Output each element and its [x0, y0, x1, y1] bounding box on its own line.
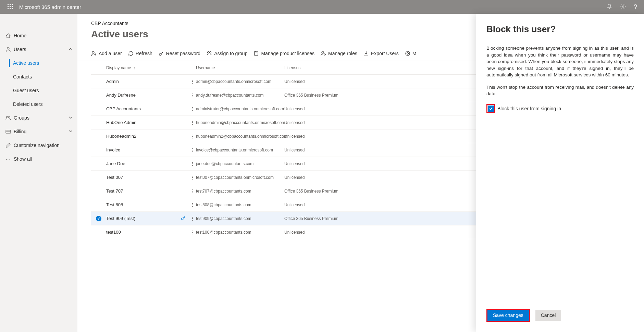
svg-rect-13 [6, 130, 11, 133]
row-username: admin@cbpaccountants.onmicrosoft.com [196, 79, 284, 84]
more-commands-label: M [412, 51, 417, 56]
nav-active-users-label: Active users [13, 60, 39, 66]
roles-icon [321, 51, 326, 56]
svg-point-20 [322, 51, 324, 53]
nav-deleted-users[interactable]: Deleted users [0, 97, 77, 111]
manage-roles-label: Manage roles [328, 51, 357, 56]
row-username: test100@cbpaccountants.com [196, 230, 284, 235]
row-username: andy.dufresne@cbpaccountants.com [196, 93, 284, 98]
nav-groups[interactable]: Groups [0, 111, 77, 125]
svg-point-16 [208, 51, 209, 53]
row-more-menu[interactable]: ⋮ [189, 230, 196, 235]
waffle-icon [8, 4, 13, 10]
col-username[interactable]: Username [196, 65, 284, 70]
manage-licenses-label: Manage product licenses [261, 51, 314, 56]
row-display-name: Jane Doe [106, 161, 189, 166]
manage-licenses-button[interactable]: Manage product licenses [253, 51, 314, 56]
clipboard-icon [253, 51, 259, 56]
billing-icon [5, 129, 12, 134]
app-launcher-button[interactable] [3, 0, 17, 14]
export-users-label: Export Users [371, 51, 399, 56]
row-username: administrator@cbpaccountants.onmicrosoft… [196, 107, 284, 111]
block-signin-checkbox-highlight [486, 104, 495, 113]
home-icon [5, 33, 12, 38]
col-display-name-label: Display name [106, 65, 131, 70]
nav-contacts-label: Contacts [13, 74, 32, 79]
nav-deleted-users-label: Deleted users [13, 101, 42, 107]
row-username: test007@cbpaccountants.onmicrosoft.com [196, 175, 284, 180]
selected-check-icon [96, 216, 101, 221]
reset-password-label: Reset password [166, 51, 200, 56]
row-more-menu[interactable]: ⋮ [189, 147, 196, 153]
add-user-button[interactable]: Add a user [91, 51, 122, 56]
block-signin-checkbox[interactable] [488, 106, 494, 112]
row-more-menu[interactable]: ⋮ [189, 120, 196, 125]
refresh-label: Refresh [136, 51, 152, 56]
block-signin-checkbox-label: Block this user from signing in [497, 106, 561, 111]
row-more-menu[interactable]: ⋮ [189, 175, 196, 180]
nav-customize-label: Customize navigation [14, 143, 60, 148]
row-more-menu[interactable]: ⋮ [189, 79, 196, 84]
svg-rect-8 [12, 8, 13, 9]
assign-group-label: Assign to group [214, 51, 247, 56]
nav-billing-label: Billing [14, 129, 26, 134]
svg-rect-0 [8, 4, 9, 5]
reset-password-row-icon[interactable] [181, 216, 186, 221]
svg-rect-7 [10, 8, 11, 9]
chevron-down-icon [69, 129, 73, 134]
nav-users-label: Users [14, 47, 26, 52]
pencil-icon [5, 143, 12, 148]
panel-description-2: This won't stop the account from receivi… [486, 84, 634, 97]
row-display-name: Andy Dufresne [106, 93, 189, 98]
nav-contacts[interactable]: Contacts [0, 70, 77, 84]
nav-customize[interactable]: Customize navigation [0, 138, 77, 152]
refresh-button[interactable]: Refresh [128, 51, 152, 56]
nav-active-users[interactable]: Active users [0, 56, 77, 70]
help-button[interactable]: ? [634, 3, 637, 11]
row-display-name: CBP Accountants [106, 106, 189, 111]
row-more-menu[interactable]: ⋮ [189, 188, 196, 194]
nav-guest-users[interactable]: Guest users [0, 84, 77, 97]
reset-password-button[interactable]: Reset password [159, 51, 200, 56]
row-display-name: Test 808 [106, 202, 189, 207]
row-more-menu[interactable]: ⋮ [189, 134, 196, 139]
svg-point-12 [9, 116, 10, 118]
row-select[interactable] [91, 216, 106, 221]
more-commands-button[interactable]: M [405, 51, 417, 56]
gear-icon [620, 3, 626, 10]
block-user-panel: Block this user? Blocking someone preven… [476, 14, 644, 332]
row-more-menu[interactable]: ⋮ [189, 161, 196, 167]
user-icon [5, 47, 12, 52]
manage-roles-button[interactable]: Manage roles [321, 51, 357, 56]
svg-point-14 [92, 51, 94, 53]
svg-point-11 [7, 116, 8, 118]
nav-home[interactable]: Home [0, 29, 77, 42]
add-user-label: Add a user [99, 51, 122, 56]
save-button-highlight: Save changes [486, 309, 530, 322]
row-more-menu[interactable]: ⋮ [189, 202, 196, 208]
ellipsis-icon: ··· [5, 156, 12, 162]
settings-button[interactable] [620, 3, 626, 11]
nav-billing[interactable]: Billing [0, 125, 77, 138]
row-more-menu[interactable]: ⋮ [189, 106, 196, 112]
svg-point-9 [622, 5, 624, 7]
row-username: huboneadmin2@cbpaccountants.onmicrosoft.… [196, 134, 284, 139]
top-app-bar: Microsoft 365 admin center ? [0, 0, 644, 14]
row-more-menu[interactable]: ⋮ [189, 216, 196, 221]
row-display-name: Invoice [106, 147, 189, 152]
row-display-name: Test 909 (Test) [106, 216, 189, 221]
notifications-button[interactable] [606, 3, 612, 11]
row-username: test707@cbpaccountants.com [196, 189, 284, 194]
svg-point-23 [407, 52, 408, 54]
add-user-icon [91, 51, 97, 56]
col-display-name[interactable]: Display name↑ [106, 65, 189, 70]
assign-group-button[interactable]: Assign to group [207, 51, 247, 56]
save-changes-button[interactable]: Save changes [487, 310, 529, 321]
nav-users[interactable]: Users [0, 42, 77, 56]
cancel-button[interactable]: Cancel [535, 310, 561, 321]
nav-show-all[interactable]: ··· Show all [0, 152, 77, 166]
at-icon [405, 51, 410, 56]
export-users-button[interactable]: Export Users [363, 51, 399, 56]
row-more-menu[interactable]: ⋮ [189, 93, 196, 98]
svg-rect-5 [12, 6, 13, 7]
